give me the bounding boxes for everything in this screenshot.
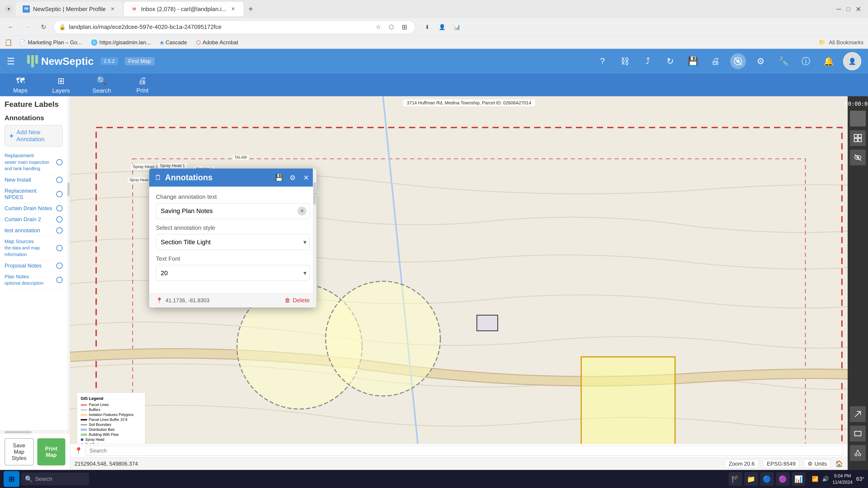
taskbar-app-2[interactable]: 📁 (744, 472, 758, 486)
units-badge[interactable]: ⚙ Units (804, 459, 831, 468)
tab-2[interactable]: M Inbox (2,078) - carl@landplan.i... ✕ (124, 2, 244, 16)
annotation-item-1[interactable]: Replacementsewer main inspection and tan… (4, 150, 63, 174)
legend-color-5 (81, 424, 87, 425)
map-timer: 00:00:00 (845, 101, 868, 107)
info-button[interactable]: ⓘ (798, 53, 814, 69)
app-name: NewSeptic (41, 55, 94, 67)
taskbar-app-3[interactable]: 🔵 (760, 472, 774, 486)
bookmark-star-icon[interactable]: ☆ (373, 22, 383, 32)
tray-volume[interactable]: 🔊 (822, 476, 829, 482)
annotation-item-3[interactable]: Replacement NPDES (4, 186, 63, 203)
bookmark-2[interactable]: 🌐 https://gisadmin.lan... (89, 38, 153, 46)
map-cut-btn[interactable] (850, 445, 866, 461)
tools-button[interactable]: 🔧 (775, 53, 791, 69)
nav-item-search[interactable]: 🔍 Search (81, 74, 122, 96)
annotation-style-select[interactable]: Section Title Light Section Title Dark B… (156, 234, 310, 250)
hamburger-button[interactable]: ☰ (7, 56, 20, 66)
address-bar[interactable]: 🔒 landplan.io/map/ece2dcee-597e-4020-bc1… (53, 20, 415, 34)
main-content: Feature Labels Annotations + Add New Ann… (0, 96, 868, 470)
add-annotation-button[interactable]: + Add New Annotation (4, 125, 63, 147)
maximize-button[interactable]: □ (846, 6, 850, 13)
annotation-item-4[interactable]: Curtain Drain Notes (4, 203, 63, 214)
back-button[interactable]: ← (4, 21, 17, 33)
annotation-item-2[interactable]: New Install (4, 174, 63, 186)
dialog-settings-icon-btn[interactable]: ⚙ (287, 173, 298, 183)
dialog-clear-btn[interactable]: ✕ (298, 206, 307, 216)
annotation-1-name: Replacementsewer main inspection and tan… (4, 153, 56, 172)
map-arrow-btn[interactable] (850, 406, 866, 422)
lock-icon: 🔒 (59, 24, 66, 30)
bookmarks-all[interactable]: 📁 All Bookmarks (819, 39, 864, 46)
settings-units-icon: ⚙ (808, 461, 813, 467)
screen-cast-icon[interactable]: ⬡ (386, 22, 396, 32)
map-rect-btn[interactable] (850, 426, 866, 442)
taskbar-app-4[interactable]: 🟣 (776, 472, 789, 486)
save-button[interactable]: 💾 (685, 53, 701, 69)
dialog-scrollbar[interactable] (313, 168, 316, 307)
print-header-button[interactable]: 🖨 (708, 53, 723, 69)
annotation-4-name: Curtain Drain Notes (4, 205, 56, 212)
dialog-close-btn[interactable]: ✕ (301, 173, 311, 183)
tab-1-close[interactable]: ✕ (109, 5, 116, 13)
sidebar-hscrollbar[interactable] (0, 430, 70, 433)
map-name-badge[interactable]: First Map (125, 57, 155, 65)
forward-button[interactable]: → (21, 21, 33, 33)
annotation-item-7[interactable]: Map Sourcesthe data and map information (4, 236, 63, 260)
bookmark-4[interactable]: ⬡ Adobe Acrobat (194, 38, 240, 46)
annotation-text-input[interactable] (156, 203, 310, 219)
map-area[interactable]: 3714 Huffman Rd, Medina Township, Parcel… (70, 96, 868, 470)
sync-button[interactable]: ↻ (662, 53, 678, 69)
map-fullscreen-btn[interactable] (850, 130, 866, 146)
legend-item-8: Spray Head (81, 437, 142, 442)
svg-line-17 (855, 412, 861, 417)
tray-weather[interactable]: 63° (856, 476, 864, 482)
svg-line-21 (856, 450, 858, 454)
tab-1[interactable]: 🗺 NewSeptic | Member Profile ✕ (16, 2, 123, 16)
user-avatar[interactable]: 👤 (843, 52, 861, 70)
ext-user-icon[interactable]: 👤 (436, 21, 448, 33)
save-map-styles-button[interactable]: Save Map Styles (4, 438, 34, 465)
link-button[interactable]: ⛓ (617, 53, 633, 69)
profile-icon[interactable]: ⊞ (399, 22, 409, 32)
eye-button[interactable] (730, 53, 746, 69)
font-select[interactable]: 20 16 24 28 (156, 265, 310, 281)
nav-item-layers[interactable]: ⊞ Layers (41, 74, 81, 96)
help-button[interactable]: ? (594, 53, 610, 69)
reading-list-icon[interactable]: 📋 (4, 39, 12, 46)
bookmark-1[interactable]: 📄 Marketing Plan – Go... (17, 38, 84, 46)
annotation-item-9[interactable]: Plan Notesoptional description (4, 271, 63, 289)
ext-bar-icon[interactable]: 📊 (451, 21, 463, 33)
settings-button[interactable]: ⚙ (753, 53, 769, 69)
new-tab-button[interactable]: + (244, 3, 257, 15)
taskbar-app-5[interactable]: 📊 (792, 472, 805, 486)
close-window-button[interactable]: ✕ (856, 5, 861, 13)
start-button[interactable]: ⊞ (4, 471, 20, 487)
minimize-button[interactable]: ─ (836, 5, 841, 13)
annotation-item-8[interactable]: Proposal Notes (4, 260, 63, 271)
units-label: Units (814, 461, 827, 467)
legend-label-2: Buffers (89, 408, 100, 412)
refresh-button[interactable]: ↻ (37, 21, 50, 33)
annotation-item-6[interactable]: test annotation (4, 225, 63, 236)
dialog-save-icon-btn[interactable]: 💾 (274, 173, 284, 183)
bookmark-3[interactable]: ◈ Cascade (158, 38, 189, 46)
tab-2-close[interactable]: ✕ (229, 5, 237, 13)
dialog-delete-btn[interactable]: 🗑 Delete (285, 297, 310, 304)
share-button[interactable]: ⤴ (640, 53, 655, 69)
map-eye-off-btn[interactable] (850, 150, 866, 165)
tray-wifi[interactable]: 📶 (812, 476, 818, 482)
search-taskbar[interactable]: 🔍 Search (21, 473, 89, 485)
legend-item-4: Parcel Lines Buffer 10 ft (81, 418, 142, 422)
ext-download-icon[interactable]: ⬇ (421, 21, 434, 33)
map-right-controls: 00:00:00 (848, 96, 868, 470)
home-map-btn[interactable]: 🏠 (835, 460, 843, 467)
sidebar-scrollbar[interactable] (67, 96, 70, 430)
nav-item-maps[interactable]: 🗺 Maps (0, 74, 41, 96)
print-map-button[interactable]: Print Map (37, 438, 66, 465)
tab-control-btn[interactable]: ▾ (4, 5, 13, 13)
nav-item-print[interactable]: 🖨 Print (122, 74, 163, 96)
taskbar-app-1[interactable]: 🏴 (728, 472, 742, 486)
annotation-item-5[interactable]: Curtain Drain 2 (4, 214, 63, 225)
notifications-button[interactable]: 🔔 (820, 53, 836, 69)
search-input[interactable] (86, 446, 843, 456)
